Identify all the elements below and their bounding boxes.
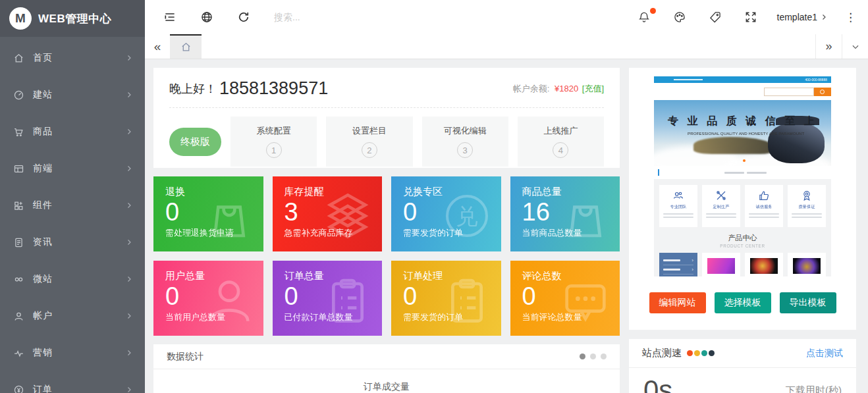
speed-dot xyxy=(694,350,700,356)
preview-topbar: 400-000-88888 xyxy=(654,76,831,83)
sidebar-item-sitebuilder[interactable]: 建站 xyxy=(0,76,145,113)
stat-card-goods-total[interactable]: 商品总量 16 当前商品总数量 xyxy=(510,176,620,251)
tab-home[interactable] xyxy=(170,34,202,59)
collapse-menu-icon[interactable] xyxy=(163,11,176,24)
tabs-scroll-left[interactable]: « xyxy=(145,34,170,59)
logo-letter: M xyxy=(15,11,26,26)
news-icon xyxy=(13,237,24,248)
product-center-subtitle: PRODUCT CENTER xyxy=(684,244,801,249)
stat-card-orders-total[interactable]: 订单总量 0 已付款订单总数量 xyxy=(273,261,383,336)
logo: M xyxy=(9,7,32,30)
download-time-value: 0s xyxy=(643,375,672,393)
infinity-icon xyxy=(13,274,24,285)
preview-body: 专业团队 定制生产 诚信服务 xyxy=(654,179,831,276)
export-template-button[interactable]: 导出模板 xyxy=(780,292,836,313)
preview-nav xyxy=(654,83,831,100)
order-icon xyxy=(13,384,24,393)
step-label: 上线推广 xyxy=(543,125,578,137)
tag-icon[interactable] xyxy=(709,11,722,24)
more-vertical-icon[interactable]: ⋮ xyxy=(845,11,856,24)
exchange-icon: 兑 xyxy=(441,190,493,242)
sidebar-item-marketing[interactable]: 营销 xyxy=(0,334,145,371)
choose-template-button[interactable]: 选择模板 xyxy=(715,292,771,313)
balance-amount: ¥1820 xyxy=(555,84,578,93)
step-set-columns[interactable]: 设置栏目 2 xyxy=(326,117,412,167)
sidebar-item-frontend[interactable]: 前端 xyxy=(0,150,145,187)
preview-phone: 400-000-88888 xyxy=(805,78,827,82)
sidebar-item-label: 微站 xyxy=(33,273,53,285)
chevron-right-icon xyxy=(125,275,133,283)
chevron-right-icon xyxy=(125,312,133,320)
sidebar-item-label: 营销 xyxy=(33,347,53,359)
greeting-text: 晚上好！ xyxy=(169,81,217,97)
carousel-dot[interactable] xyxy=(590,354,596,359)
template-selector[interactable]: template1 xyxy=(777,12,828,22)
speed-dot xyxy=(701,350,707,356)
carousel-dot[interactable] xyxy=(601,354,607,359)
refresh-icon[interactable] xyxy=(237,11,250,24)
sidebar-item-home[interactable]: 首页 xyxy=(0,39,145,76)
medal-icon xyxy=(801,190,813,201)
account-number: 18581389571 xyxy=(219,78,328,99)
preview-mountain xyxy=(693,137,773,154)
stat-card-exchange[interactable]: 兑换专区 0 需要发货的订单 兑 xyxy=(391,176,501,251)
sidebar-item-label: 商品 xyxy=(33,126,53,138)
layout-icon xyxy=(13,163,24,174)
globe-icon[interactable] xyxy=(200,11,213,24)
palette-icon[interactable] xyxy=(673,11,686,24)
carousel-dot[interactable] xyxy=(580,354,585,359)
stat-card-users-total[interactable]: 用户总量 0 当前用户总数量 xyxy=(153,261,263,336)
version-badge[interactable]: 终极版 xyxy=(169,128,221,156)
statistics-panel: 数据统计 订单成交量 xyxy=(153,344,620,393)
template-actions: 编辑网站 选择模板 导出模板 xyxy=(638,292,847,313)
preview-carousel-dot xyxy=(743,159,746,162)
edit-site-button[interactable]: 编辑网站 xyxy=(649,292,706,313)
sidebar-item-goods[interactable]: 商品 xyxy=(0,113,145,150)
preview-product-menu: › › xyxy=(659,253,697,276)
logo-row: M WEB管理中心 xyxy=(0,0,145,37)
tabs-menu-icon[interactable] xyxy=(842,34,868,59)
chevron-right-icon xyxy=(125,54,133,62)
user-icon xyxy=(13,311,24,322)
greeting-card: 晚上好！ 18581389571 帐户余额: ¥1820 [充值] 终极版 系统… xyxy=(153,68,620,168)
preview-hero-title: 专 业 品 质 诚 信 至 上 xyxy=(654,115,831,128)
speed-test-title: 站点测速 xyxy=(642,347,682,359)
preview-product-1 xyxy=(702,253,740,276)
step-visual-edit[interactable]: 可视化编辑 3 xyxy=(422,117,508,167)
sidebar-item-components[interactable]: 组件 xyxy=(0,187,145,224)
stat-card-comments-total[interactable]: 评论总数 0 当前评论总数量 xyxy=(510,261,620,336)
run-speed-test-link[interactable]: 点击测试 xyxy=(806,348,843,359)
preview-feature-service: 诚信服务 xyxy=(745,185,783,227)
sidebar-item-account[interactable]: 帐户 xyxy=(0,298,145,334)
step-label: 可视化编辑 xyxy=(444,125,487,137)
home-tab-icon xyxy=(180,41,192,53)
speed-dot xyxy=(709,350,715,356)
tabs-scroll-right[interactable]: » xyxy=(815,34,842,59)
step-system-config[interactable]: 系统配置 1 xyxy=(231,117,317,167)
bag-icon xyxy=(203,190,256,242)
recharge-link[interactable]: [充值] xyxy=(582,84,604,93)
preview-product-3 xyxy=(788,253,826,276)
gauge-icon xyxy=(13,90,24,101)
person-icon xyxy=(203,274,256,327)
bell-icon[interactable] xyxy=(637,11,651,24)
sidebar-item-label: 建站 xyxy=(33,89,53,101)
fullscreen-icon[interactable] xyxy=(744,11,757,24)
cart-icon xyxy=(13,126,24,138)
setup-steps: 终极版 系统配置 1 设置栏目 2 可视化编辑 3 上线推广 4 xyxy=(169,117,604,167)
stat-card-returns[interactable]: 退换 0 需处理退换货申请 xyxy=(153,176,263,251)
step-label: 系统配置 xyxy=(257,125,291,137)
site-preview[interactable]: 400-000-88888 专 业 品 质 诚 信 至 上 PROFESSION… xyxy=(638,76,847,276)
step-go-live[interactable]: 上线推广 4 xyxy=(518,117,604,167)
sidebar-item-microsite[interactable]: 微站 xyxy=(0,261,145,298)
stat-card-stock-alert[interactable]: 库存提醒 3 急需补充商品库存 xyxy=(273,176,383,251)
template-label: template1 xyxy=(777,12,817,22)
stat-card-order-processing[interactable]: 订单处理 0 需要发货的订单 xyxy=(391,261,501,336)
sidebar-item-orders[interactable]: 订单 xyxy=(0,371,145,393)
chevron-right-icon xyxy=(125,386,133,393)
stat-cards: 退换 0 需处理退换货申请 库存提醒 3 急需补充商品库存 兑换专区 0 需要发… xyxy=(153,176,620,336)
bag-icon xyxy=(559,190,612,242)
sidebar-item-news[interactable]: 资讯 xyxy=(0,224,145,261)
preview-search-button xyxy=(814,88,831,96)
search-input[interactable] xyxy=(274,12,432,22)
